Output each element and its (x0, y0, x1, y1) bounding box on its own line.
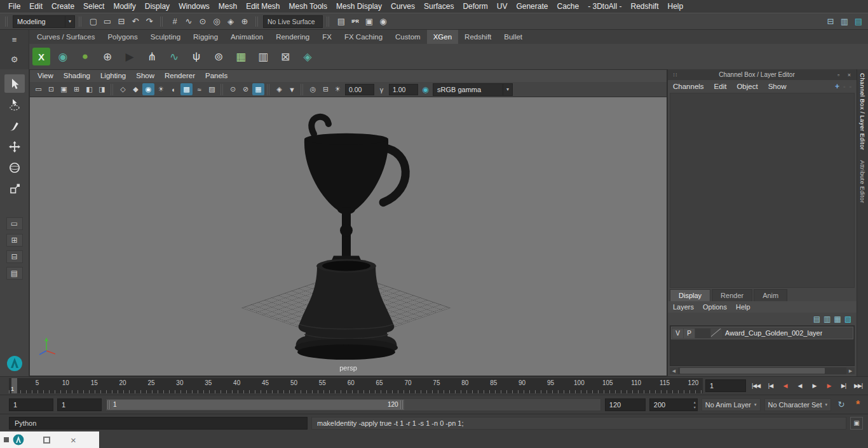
menu-item[interactable]: Generate (512, 0, 552, 13)
xgen-preview-refresh-icon[interactable]: ⊚ (209, 47, 228, 66)
attribute-editor-toggle-icon[interactable]: ▤ (851, 15, 865, 29)
xgen-export-selection-icon[interactable]: ▶ (120, 47, 139, 66)
screen-space-ao-icon[interactable]: ▩ (180, 83, 193, 95)
xgen-interactive-groom-icon[interactable]: ◈ (298, 47, 317, 66)
section-grip[interactable] (79, 17, 83, 27)
textured-icon[interactable]: ◉ (142, 83, 154, 95)
menu-item[interactable]: Curves (386, 0, 419, 13)
shelf-tab[interactable]: Custom (389, 30, 427, 44)
isolate-select-icon[interactable]: ⊙ (227, 83, 239, 95)
lasso-tool-button[interactable] (4, 95, 25, 114)
section-grip[interactable] (5, 17, 9, 27)
two-pane-layout-button[interactable]: ⊟ (6, 250, 23, 263)
save-scene-icon[interactable]: ⊟ (114, 15, 128, 29)
paint-select-tool-button[interactable] (4, 116, 25, 135)
four-pane-layout-button[interactable]: ⊞ (6, 234, 23, 247)
xgen-region-mask-icon[interactable]: ▥ (254, 47, 273, 66)
spinner-arrows-icon[interactable]: ▴▾ (694, 400, 696, 410)
range-track[interactable]: 1 120 (105, 398, 601, 411)
playback-end-field[interactable]: 120 (605, 398, 646, 411)
scene-filter-icon[interactable]: ▼ (286, 83, 298, 95)
xgen-groomable-spline-icon[interactable]: ψ (187, 47, 206, 66)
layer-editor-tab[interactable]: Display (670, 289, 710, 301)
make-live-icon[interactable]: ◈ (224, 15, 238, 29)
new-scene-icon[interactable]: ▢ (86, 15, 100, 29)
pop-out-icon[interactable]: ▫ (834, 72, 843, 78)
channel-list-empty-area[interactable] (670, 93, 855, 288)
layer-name[interactable]: Award_Cup_Golden_002_layer (722, 329, 822, 337)
select-tool-button[interactable] (4, 74, 25, 93)
shelf-tab[interactable]: FX Caching (338, 30, 389, 44)
shelf-tab[interactable]: Curves / Surfaces (31, 30, 101, 44)
xgen-clear-preview-icon[interactable]: ⊠ (276, 47, 295, 66)
ipr-render-icon[interactable]: IPR (348, 15, 362, 29)
layer-playback-toggle[interactable]: P (684, 329, 695, 338)
scroll-left-icon[interactable]: ◀ (670, 367, 678, 374)
shelf-tab[interactable]: Rendering (269, 30, 316, 44)
shelf-tab[interactable]: Sculpting (144, 30, 187, 44)
menu-item[interactable]: Edit (25, 0, 47, 13)
layer-visibility-toggle[interactable]: V (672, 329, 683, 338)
wireframe-on-shaded-icon[interactable]: ▦ (252, 83, 264, 95)
anti-aliasing-icon[interactable]: ▨ (206, 83, 218, 95)
show-menu[interactable]: Show (768, 83, 787, 90)
rotate-tool-button[interactable] (4, 158, 25, 177)
speed-state-icon[interactable]: ◦ (843, 83, 846, 90)
auto-keyframe-icon[interactable]: * (851, 398, 864, 411)
wireframe-icon[interactable]: ◇ (117, 83, 129, 95)
move-tool-button[interactable] (4, 137, 25, 156)
timeline-ruler[interactable]: 5101520253035404550556065707580859095100… (9, 378, 703, 393)
menu-item[interactable]: Display (140, 0, 174, 13)
anim-layer-selector[interactable]: No Anim Layer ▾ (702, 398, 761, 411)
anim-layer-refresh-icon[interactable]: ↻ (835, 398, 848, 411)
command-input[interactable]: Python (9, 417, 308, 430)
snap-to-projected-center-icon[interactable]: ◎ (210, 15, 224, 29)
section-grip[interactable] (327, 17, 330, 27)
viewport-menu-item[interactable]: Panels (200, 70, 233, 82)
new-layer-from-selected-icon[interactable]: ▦ (834, 315, 841, 323)
resolution-gate-icon[interactable]: ⊡ (45, 83, 57, 95)
menu-item[interactable]: Mesh (214, 0, 241, 13)
single-pane-layout-button[interactable]: ▭ (6, 217, 23, 230)
scroll-right-icon[interactable]: ▶ (846, 367, 855, 374)
section-grip[interactable] (255, 17, 259, 27)
layer-menu-item[interactable]: Layers (673, 303, 694, 311)
xgen-guide-tool-icon[interactable]: ⋔ (142, 47, 161, 66)
xgen-curve-to-guide-icon[interactable]: ∿ (165, 47, 184, 66)
layer-color-swatch[interactable] (711, 329, 722, 338)
menu-item[interactable]: - 3DtoAll - (583, 0, 626, 13)
menu-item[interactable]: Cache (552, 0, 583, 13)
layers-sort-icon[interactable]: ▤ (813, 315, 820, 323)
color-management-icon[interactable]: ◉ (419, 83, 431, 95)
outliner-persp-layout-button[interactable]: ▤ (6, 267, 23, 280)
shelf-tab[interactable]: Rigging (187, 30, 224, 44)
playback-start-field[interactable]: 1 (57, 398, 102, 411)
snap-to-grid-icon[interactable]: # (168, 15, 182, 29)
toolbar-divider[interactable] (220, 84, 224, 95)
toolbar-divider[interactable] (301, 84, 304, 95)
go-to-start-button[interactable]: |◀◀ (749, 379, 763, 393)
shelf-tab[interactable]: Animation (224, 30, 269, 44)
menu-item[interactable]: Select (79, 0, 109, 13)
plugin-filter-icon[interactable]: ◈ (273, 83, 285, 95)
menu-item[interactable]: Create (47, 0, 79, 13)
scrollbar-thumb[interactable] (680, 368, 825, 374)
animation-end-field[interactable]: 200 ▴▾ (649, 398, 698, 411)
taskbar-mini-icon[interactable] (4, 437, 9, 442)
undo-icon[interactable]: ↶ (128, 15, 142, 29)
sidebar-vertical-tab[interactable]: Channel Box / Layer Editor (859, 73, 866, 150)
manipulator-axis-icon[interactable]: + (835, 82, 839, 91)
current-frame-field[interactable]: 1 (705, 379, 746, 392)
close-icon[interactable]: × (845, 72, 853, 78)
section-grip[interactable] (160, 17, 164, 27)
shelf-tab[interactable]: Redshift (458, 30, 498, 44)
viewport-canvas[interactable]: persp (30, 97, 667, 376)
snap-together-icon[interactable]: ⊕ (238, 15, 252, 29)
shelf-tab[interactable]: FX (316, 30, 338, 44)
viewport-menu-item[interactable]: Renderer (159, 70, 200, 82)
render-settings-icon[interactable]: ▣ (362, 15, 376, 29)
menu-item[interactable]: Mesh Display (332, 0, 386, 13)
field-chart-icon[interactable]: ⊞ (71, 83, 83, 95)
channels-menu[interactable]: Channels (673, 83, 704, 90)
menu-item[interactable]: Windows (174, 0, 214, 13)
